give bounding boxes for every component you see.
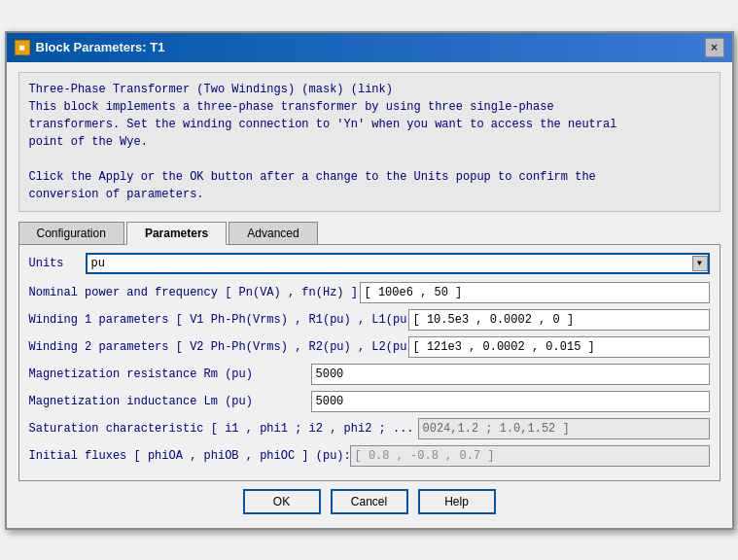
param-input-winding1[interactable] xyxy=(408,309,710,331)
param-row-flux: Initial fluxes [ phiOA , phiOB , phiOC ]… xyxy=(29,445,710,467)
desc-line5 xyxy=(29,151,710,168)
param-input-flux[interactable] xyxy=(350,445,710,467)
title-bar: ■ Block Parameters: T1 × xyxy=(7,33,732,62)
window-icon: ■ xyxy=(15,40,30,55)
tab-bar: Configuration Parameters Advanced xyxy=(18,222,720,245)
dialog-window: ■ Block Parameters: T1 × Three-Phase Tra… xyxy=(5,31,734,530)
param-label-flux: Initial fluxes [ phiOA , phiOB , phiOC ]… xyxy=(29,449,350,463)
desc-line3: transformers. Set the winding connection… xyxy=(29,116,710,133)
desc-line6: Click the Apply or the OK button after a… xyxy=(29,168,710,186)
param-label-mag-ind: Magnetization inductance Lm (pu) xyxy=(29,395,311,408)
param-label-mag-res: Magnetization resistance Rm (pu) xyxy=(29,368,311,381)
tab-advanced[interactable]: Advanced xyxy=(228,222,317,244)
window-title: Block Parameters: T1 xyxy=(36,40,165,54)
param-row-mag-res: Magnetization resistance Rm (pu) xyxy=(29,364,710,385)
param-input-mag-ind[interactable] xyxy=(311,391,710,412)
desc-line2: This block implements a three-phase tran… xyxy=(29,98,710,116)
tab-parameters[interactable]: Parameters xyxy=(126,222,227,245)
units-input[interactable] xyxy=(86,253,710,274)
button-row: OK Cancel Help xyxy=(18,481,720,520)
description-box: Three-Phase Transformer (Two Windings) (… xyxy=(18,72,720,212)
param-label-winding1: Winding 1 parameters [ V1 Ph-Ph(Vrms) , … xyxy=(29,313,408,327)
param-row-mag-ind: Magnetization inductance Lm (pu) xyxy=(29,391,710,412)
param-input-mag-res[interactable] xyxy=(311,364,710,385)
ok-button[interactable]: OK xyxy=(243,489,321,514)
tab-configuration[interactable]: Configuration xyxy=(18,222,124,244)
param-row-nominal: Nominal power and frequency [ Pn(VA) , f… xyxy=(29,282,710,303)
desc-line7: conversion of parameters. xyxy=(29,186,710,203)
close-button[interactable]: × xyxy=(705,38,724,57)
param-row-sat: Saturation characteristic [ i1 , phi1 ; … xyxy=(29,418,710,439)
desc-line4: point of the Wye. xyxy=(29,133,710,151)
param-input-nominal[interactable] xyxy=(360,282,710,303)
title-bar-left: ■ Block Parameters: T1 xyxy=(15,40,165,55)
param-input-sat[interactable] xyxy=(418,418,710,439)
param-label-sat: Saturation characteristic [ i1 , phi1 ; … xyxy=(29,422,418,436)
param-label-winding2: Winding 2 parameters [ V2 Ph-Ph(Vrms) , … xyxy=(29,340,408,354)
param-label-nominal: Nominal power and frequency [ Pn(VA) , f… xyxy=(29,286,360,299)
desc-line1: Three-Phase Transformer (Two Windings) (… xyxy=(29,81,710,98)
param-input-winding2[interactable] xyxy=(408,336,710,358)
units-select-wrapper: ▼ xyxy=(86,253,710,274)
params-panel: Units ▼ Nominal power and frequency [ Pn… xyxy=(18,245,720,481)
param-row-winding2: Winding 2 parameters [ V2 Ph-Ph(Vrms) , … xyxy=(29,336,710,358)
help-button[interactable]: Help xyxy=(418,489,496,514)
units-label: Units xyxy=(29,257,78,270)
cancel-button[interactable]: Cancel xyxy=(331,489,408,514)
dialog-content: Three-Phase Transformer (Two Windings) (… xyxy=(7,62,732,528)
units-row: Units ▼ xyxy=(29,253,710,274)
param-row-winding1: Winding 1 parameters [ V1 Ph-Ph(Vrms) , … xyxy=(29,309,710,331)
